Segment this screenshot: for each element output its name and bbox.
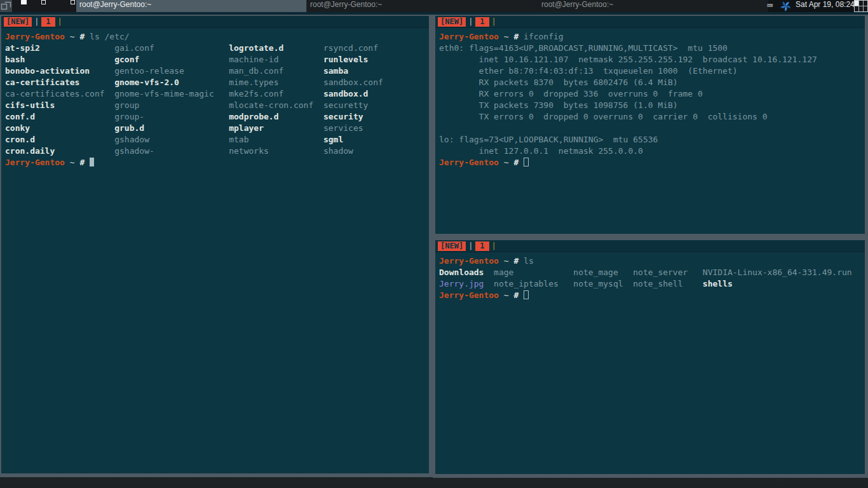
terminal-text: gentoo-release (114, 66, 229, 76)
terminal-text: securetty (323, 100, 368, 110)
tab-1[interactable]: 1 (41, 17, 55, 27)
terminal-line: ca-certificates.conf gnome-vfs-mime-magi… (5, 88, 429, 100)
terminal-line: RX packets 8370 bytes 6802476 (6.4 MiB) (439, 77, 865, 88)
terminal-line: Jerry.jpg note_iptables note_mysql note_… (439, 278, 865, 290)
terminal-text: RX errors 0 dropped 336 overruns 0 frame… (439, 89, 703, 98)
terminal-text: inet 127.0.0.1 netmask 255.0.0.0 (439, 146, 643, 156)
tab-bar: [NEW] | 1 | (435, 16, 865, 28)
tab-1[interactable]: 1 (475, 241, 489, 251)
terminal-text: conky (5, 123, 114, 133)
terminal-text: ~ (65, 32, 79, 41)
mini-window-outline-icon (71, 0, 75, 4)
terminal-text: gai.conf (114, 43, 229, 53)
terminal-text: mplayer (229, 123, 323, 133)
terminal-line: ether b8:70:f4:03:df:13 txqueuelen 1000 … (439, 65, 865, 77)
terminal-text: at-spi2 (5, 43, 114, 53)
terminal-text: samba (323, 66, 348, 76)
terminal-content-etc[interactable]: Jerry-Gentoo ~ # ls /etc/at-spi2 gai.con… (1, 28, 429, 168)
terminal-text: cron.d (5, 135, 114, 144)
terminal-line: Jerry-Gentoo ~ # ls /etc/ (5, 31, 429, 43)
window-manager-icon[interactable] (1, 1, 12, 11)
terminal-text: conf.d (5, 112, 114, 121)
tab-1[interactable]: 1 (475, 17, 489, 27)
swirl-pinwheel-icon[interactable] (780, 1, 791, 11)
terminal-line: ca-certificates gnome-vfs-2.0 mime.types… (5, 77, 429, 88)
task-button-3[interactable]: root@Jerry-Gentoo:~ (538, 0, 768, 12)
terminal-text: cifs-utils (5, 100, 114, 110)
terminal-text: sandbox.d (323, 89, 368, 98)
terminal-text: mlocate-cron.conf (229, 100, 323, 110)
terminal-text: logrotate.d (229, 43, 323, 53)
tab-separator: | (492, 17, 496, 26)
terminal-line: Jerry-Gentoo ~ # ifconfig (439, 31, 865, 43)
terminal-text: # (513, 32, 524, 41)
desktop-pager[interactable] (854, 0, 868, 12)
terminal-text: note_mage (573, 268, 633, 277)
terminal-text: note_iptables (494, 279, 573, 288)
terminal-content-ifconfig[interactable]: Jerry-Gentoo ~ # ifconfigeth0: flags=416… (435, 28, 865, 168)
terminal-text: inet 10.16.121.107 netmask 255.255.255.1… (439, 55, 817, 64)
task-button-active[interactable]: root@Jerry-Gentoo:~ (76, 0, 306, 12)
terminal-text: ~ (499, 256, 513, 266)
terminal-text: machine-id (229, 55, 323, 64)
terminal-text: Jerry.jpg (439, 279, 494, 288)
terminal-content-home-ls[interactable]: Jerry-Gentoo ~ # lsDownloads mage note_m… (435, 252, 865, 301)
terminal-line: Jerry-Gentoo ~ # ls (439, 255, 865, 267)
terminal-text: Jerry-Gentoo (439, 256, 499, 266)
terminal-text: # (513, 158, 524, 167)
terminal-text: NVIDIA-Linux-x86_64-331.49.run (703, 268, 852, 277)
terminal-line: TX packets 7390 bytes 1098756 (1.0 MiB) (439, 100, 865, 111)
tab-separator: | (468, 17, 473, 26)
terminal-text: rsyncd.conf (323, 43, 378, 53)
terminal-text: # (513, 290, 524, 300)
new-tab-button[interactable]: [NEW] (438, 241, 466, 251)
launcher-jerrybaby[interactable]: J e r r y B a b y (12, 0, 76, 12)
terminal-line: at-spi2 gai.conf logrotate.d rsyncd.conf (5, 43, 429, 54)
terminal-text: networks (229, 146, 323, 156)
terminal-text: ~ (499, 158, 513, 167)
cursor-hollow (524, 158, 529, 166)
terminal-text: cron.daily (5, 146, 114, 156)
terminal-text: runlevels (323, 55, 368, 64)
terminal-text: man_db.conf (229, 66, 323, 76)
terminal-line: Jerry-Gentoo ~ # (5, 157, 429, 168)
terminal-text: group (114, 100, 229, 110)
new-tab-button[interactable]: [NEW] (438, 17, 466, 27)
terminal-text: ifconfig (524, 32, 564, 41)
tab-separator: | (58, 17, 62, 26)
terminal-line: TX errors 0 dropped 0 overruns 0 carrier… (439, 111, 865, 123)
tab-bar: [NEW] | 1 | (1, 16, 429, 28)
terminal-text: gshadow- (114, 146, 229, 156)
terminal-text: mage (494, 268, 573, 277)
terminal-text: eth0: flags=4163<UP,BROADCAST,RUNNING,MU… (439, 43, 728, 53)
task-button-2[interactable]: root@Jerry-Gentoo:~ (307, 0, 538, 12)
keyboard-icon[interactable]: ⌨ (767, 0, 773, 12)
terminal-text: note_server (633, 268, 703, 277)
tab-separator: | (34, 17, 39, 26)
terminal-line (439, 123, 865, 134)
taskbar: J e r r y B a b y root@Jerry-Gentoo:~ ro… (0, 0, 868, 12)
terminal-text: bonobo-activation (5, 66, 114, 76)
terminal-text: Downloads (439, 268, 494, 277)
terminal-text: ca-certificates.conf (5, 89, 114, 98)
terminal-text: gnome-vfs-mime-magic (114, 89, 229, 98)
new-tab-button[interactable]: [NEW] (4, 17, 32, 27)
cursor-solid (90, 158, 94, 166)
tab-bar: [NEW] | 1 | (435, 240, 865, 252)
terminal-line: lo: flags=73<UP,LOOPBACK,RUNNING> mtu 65… (439, 134, 865, 146)
terminal-text: TX packets 7390 bytes 1098756 (1.0 MiB) (439, 100, 678, 110)
terminal-line: Downloads mage note_mage note_server NVI… (439, 267, 865, 278)
terminal-text: bash (5, 55, 114, 64)
terminal-text: shells (703, 279, 733, 288)
terminal-line: bash gconf machine-id runlevels (5, 54, 429, 65)
terminal-text: sandbox.conf (323, 78, 383, 87)
terminal-text: Jerry-Gentoo (439, 158, 499, 167)
terminal-text: note_shell (633, 279, 703, 288)
terminal-line: eth0: flags=4163<UP,BROADCAST,RUNNING,MU… (439, 43, 865, 54)
terminal-text: gnome-vfs-2.0 (114, 78, 229, 87)
terminal-text: ~ (499, 290, 513, 300)
terminal-line: inet 127.0.0.1 netmask 255.0.0.0 (439, 146, 865, 157)
terminal-text: # (79, 32, 90, 41)
terminal-text: lo: flags=73<UP,LOOPBACK,RUNNING> mtu 65… (439, 135, 658, 144)
terminal-window-etc: [NEW] | 1 | Jerry-Gentoo ~ # ls /etc/at-… (0, 15, 433, 477)
